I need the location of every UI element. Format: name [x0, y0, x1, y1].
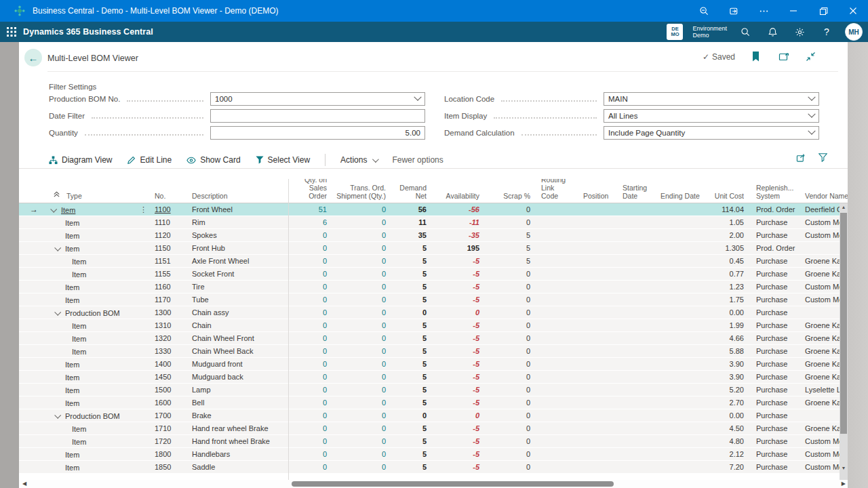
item-no-link[interactable]: 1170 — [155, 296, 171, 304]
collapse-icon[interactable] — [806, 52, 816, 62]
item-no-link[interactable]: 1110 — [155, 218, 170, 226]
trans-value[interactable]: 0 — [382, 450, 386, 458]
type-link[interactable]: Item — [65, 371, 79, 384]
edit-line-button[interactable]: Edit Line — [127, 155, 172, 165]
trans-value[interactable]: 0 — [382, 205, 386, 214]
item-no-link[interactable]: 1400 — [155, 360, 171, 368]
item-display-combobox[interactable]: All Lines — [604, 109, 819, 123]
item-no-link[interactable]: 1330 — [155, 347, 171, 355]
qty-value[interactable]: 0 — [323, 296, 327, 304]
filter-outline-icon[interactable] — [818, 153, 827, 163]
type-link[interactable]: Item — [65, 359, 79, 371]
qty-value[interactable]: 0 — [323, 257, 327, 265]
item-no-link[interactable]: 1800 — [155, 450, 171, 458]
item-no-link[interactable]: 1720 — [155, 437, 171, 445]
item-no-link[interactable]: 1710 — [155, 424, 171, 432]
type-link[interactable]: Item — [65, 281, 79, 293]
trans-value[interactable]: 0 — [382, 437, 386, 445]
trans-value[interactable]: 0 — [382, 411, 386, 420]
column-header-vendor[interactable]: Vendor Name — [805, 192, 848, 200]
help-icon[interactable]: ? — [818, 23, 835, 41]
trans-value[interactable]: 0 — [382, 218, 386, 226]
bookmark-icon[interactable] — [751, 52, 762, 62]
type-link[interactable]: Item — [72, 333, 86, 345]
trans-value[interactable]: 0 — [382, 321, 386, 329]
type-link[interactable]: Item — [65, 449, 79, 461]
scroll-up-icon[interactable]: ▲ — [840, 205, 848, 209]
column-header-position[interactable]: Position — [583, 192, 617, 200]
chevron-down-icon[interactable] — [808, 110, 815, 118]
type-link[interactable]: Item — [65, 230, 79, 242]
table-row[interactable]: Item1400Mudguard front005-503.90Purchase… — [19, 358, 848, 371]
trans-value[interactable]: 0 — [382, 463, 386, 471]
qty-value[interactable]: 0 — [323, 463, 327, 471]
column-header-avail[interactable]: Availability — [432, 192, 479, 200]
column-header-scrap[interactable]: Scrap % — [485, 192, 530, 200]
back-button[interactable]: ← — [24, 49, 42, 66]
qty-value[interactable]: 0 — [323, 321, 327, 329]
column-header-start[interactable]: Starting Date — [623, 184, 655, 200]
search-icon[interactable] — [736, 23, 754, 41]
type-link[interactable]: Item — [65, 243, 79, 255]
item-no-link[interactable]: 1155 — [155, 270, 171, 278]
horizontal-scrollbar[interactable]: ◀ ▶ — [19, 480, 848, 488]
item-no-link[interactable]: 1450 — [155, 373, 171, 381]
item-no-link[interactable]: 1500 — [155, 386, 171, 394]
qty-value[interactable]: 0 — [323, 424, 327, 432]
column-header-trans[interactable]: Trans. Ord. Shipment (Qty.) — [332, 184, 386, 200]
trans-value[interactable]: 0 — [382, 308, 386, 317]
table-row[interactable]: Item1310Chain005-501.99PurchaseGroene Ka… — [19, 319, 848, 332]
table-row[interactable]: Item1710Hand rear wheel Brake005-504.50P… — [19, 422, 848, 435]
vertical-scrollbar[interactable]: ▲ ▼ — [840, 203, 848, 480]
minimize-icon[interactable] — [778, 0, 808, 22]
trans-value[interactable]: 0 — [382, 231, 386, 239]
item-no-link[interactable]: 1120 — [155, 231, 171, 239]
item-no-link[interactable]: 1700 — [155, 411, 171, 420]
table-row[interactable]: Item1450Mudguard back005-503.90PurchaseG… — [19, 371, 848, 384]
column-header-demand[interactable]: Demand Net — [391, 184, 427, 200]
row-menu-icon[interactable]: ⋮ — [140, 205, 147, 214]
trans-value[interactable]: 0 — [382, 334, 386, 342]
chevron-down-icon[interactable] — [414, 94, 421, 101]
column-header-end[interactable]: Ending Date — [660, 192, 711, 200]
type-link[interactable]: Item — [72, 320, 86, 332]
close-icon[interactable] — [838, 0, 868, 22]
column-header-no[interactable]: No. — [155, 192, 185, 200]
scroll-right-icon[interactable]: ▶ — [842, 481, 846, 487]
collapse-all-icon[interactable] — [53, 190, 60, 198]
table-row[interactable]: Item1850Saddle005-507.20PurchaseCustom M… — [19, 461, 848, 474]
qty-value[interactable]: 0 — [323, 334, 327, 342]
trans-value[interactable]: 0 — [382, 360, 386, 368]
item-no-link[interactable]: 1310 — [155, 321, 171, 329]
environment-badge[interactable]: DE MO — [667, 24, 683, 40]
fewer-options-button[interactable]: Fewer options — [392, 155, 443, 165]
trans-value[interactable]: 0 — [382, 373, 386, 381]
actions-menu-button[interactable]: Actions — [340, 155, 377, 165]
type-link[interactable]: Item — [72, 346, 86, 358]
trans-value[interactable]: 0 — [382, 347, 386, 355]
qty-value[interactable]: 0 — [323, 411, 327, 420]
table-row[interactable]: Item1170Tube005-501.75PurchaseCustom Met… — [19, 293, 848, 306]
column-header-repl[interactable]: Replenish... System — [756, 184, 798, 200]
chevron-down-icon[interactable] — [808, 127, 815, 135]
qty-value[interactable]: 0 — [323, 399, 327, 407]
table-row[interactable]: Item1800Handlebars005-502.12PurchaseCust… — [19, 448, 848, 461]
table-row[interactable]: Item1330Chain Wheel Back005-505.88Purcha… — [19, 345, 848, 358]
qty-value[interactable]: 51 — [319, 205, 327, 214]
chevron-down-icon[interactable] — [50, 206, 57, 213]
more-icon[interactable] — [749, 0, 778, 22]
qty-value[interactable]: 0 — [323, 244, 327, 252]
type-link[interactable]: Production BOM — [65, 410, 120, 422]
trans-value[interactable]: 0 — [382, 399, 386, 407]
table-row[interactable]: Item1151Axle Front Wheel005-550.45Purcha… — [19, 255, 848, 268]
trans-value[interactable]: 0 — [382, 283, 386, 291]
production-bom-no-combobox[interactable]: 1000 — [210, 92, 425, 106]
type-link[interactable]: Item — [65, 384, 79, 396]
qty-value[interactable]: 0 — [323, 270, 327, 278]
column-header-qty[interactable]: Qty. on Sales Order — [288, 179, 327, 200]
column-header-cost[interactable]: Unit Cost — [711, 192, 744, 200]
qty-value[interactable]: 0 — [323, 308, 327, 317]
gear-icon[interactable] — [791, 23, 808, 41]
table-row[interactable]: Item1720Hand front wheel Brake005-504.80… — [19, 435, 848, 448]
trans-value[interactable]: 0 — [382, 257, 386, 265]
